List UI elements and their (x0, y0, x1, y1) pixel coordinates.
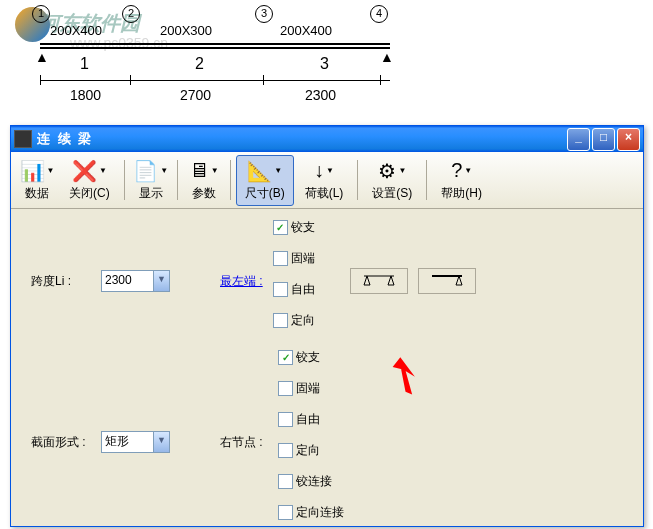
tool-label: 数据 (25, 185, 49, 202)
span-num-3: 3 (320, 55, 329, 73)
tool-icon: 📊▼ (25, 159, 49, 183)
option-label: 铰支 (291, 219, 315, 236)
span-li-input[interactable]: 2300▼ (101, 270, 170, 292)
node-1: 1 (32, 5, 50, 23)
checkbox-icon[interactable] (273, 251, 288, 266)
tool-label: 尺寸(B) (245, 185, 285, 202)
section-input[interactable]: 矩形▼ (101, 431, 170, 453)
node-2: 2 (122, 5, 140, 23)
checkbox-icon[interactable] (278, 505, 293, 520)
option-定向连接[interactable]: 定向连接 (278, 504, 344, 521)
tool-icon: ⚙▼ (380, 159, 404, 183)
separator (230, 160, 231, 200)
option-label: 固端 (291, 250, 315, 267)
tool-label: 显示 (139, 185, 163, 202)
option-固端[interactable]: 固端 (273, 250, 315, 267)
option-label: 铰连接 (296, 473, 332, 490)
span-num-2: 2 (195, 55, 204, 73)
beam-bot-line (40, 47, 390, 49)
right-node-label: 右节点 : (220, 434, 268, 451)
checkbox-icon[interactable] (278, 381, 293, 396)
beam-top-line (40, 43, 390, 45)
checkbox-icon[interactable] (273, 313, 288, 328)
option-自由[interactable]: 自由 (273, 281, 315, 298)
separator (177, 160, 178, 200)
support-icon-2[interactable] (418, 268, 476, 294)
option-铰连接[interactable]: 铰连接 (278, 473, 344, 490)
form-panel: 跨度Li : 2300▼ 最左端 : ✓铰支固端自由定向 截面形式 : 矩形▼ … (11, 209, 643, 529)
separator (357, 160, 358, 200)
tool-label: 帮助(H) (441, 185, 482, 202)
support-icon-1[interactable] (350, 268, 408, 294)
titlebar[interactable]: 连 续 梁 _ □ × (11, 126, 643, 152)
app-icon (14, 130, 32, 148)
tool-label: 设置(S) (372, 185, 412, 202)
dimension-line (40, 80, 390, 81)
tool-label: 参数 (192, 185, 216, 202)
support-right: ▲ (380, 49, 392, 61)
tool-icon: 📐▼ (253, 159, 277, 183)
option-定向[interactable]: 定向 (278, 442, 344, 459)
maximize-button[interactable]: □ (592, 128, 615, 151)
node-3: 3 (255, 5, 273, 23)
checkbox-icon[interactable] (278, 412, 293, 427)
separator (426, 160, 427, 200)
toolbar-[interactable]: 📄▼显示 (130, 155, 172, 206)
toolbar: 📊▼数据❌▼关闭(C)📄▼显示🖥▼参数📐▼尺寸(B)↓▼荷载(L)⚙▼设置(S)… (11, 152, 643, 209)
checkbox-icon[interactable] (278, 443, 293, 458)
dropdown-icon[interactable]: ▼ (153, 432, 169, 452)
span-num-1: 1 (80, 55, 89, 73)
tool-icon: 📄▼ (139, 159, 163, 183)
toolbar-C[interactable]: ❌▼关闭(C) (60, 155, 119, 206)
option-label: 定向 (296, 442, 320, 459)
option-固端[interactable]: 固端 (278, 380, 344, 397)
app-window: 连 续 梁 _ □ × 📊▼数据❌▼关闭(C)📄▼显示🖥▼参数📐▼尺寸(B)↓▼… (10, 125, 644, 527)
option-label: 固端 (296, 380, 320, 397)
tool-label: 关闭(C) (69, 185, 110, 202)
option-定向[interactable]: 定向 (273, 312, 315, 329)
checkbox-icon[interactable] (273, 282, 288, 297)
checkbox-icon[interactable]: ✓ (273, 220, 288, 235)
toolbar-L[interactable]: ↓▼荷载(L) (296, 155, 353, 206)
close-button[interactable]: × (617, 128, 640, 151)
separator (124, 160, 125, 200)
toolbar-[interactable]: 🖥▼参数 (183, 155, 225, 206)
option-label: 铰支 (296, 349, 320, 366)
minimize-button[interactable]: _ (567, 128, 590, 151)
node-4: 4 (370, 5, 388, 23)
option-label: 自由 (291, 281, 315, 298)
tool-label: 荷载(L) (305, 185, 344, 202)
section-1: 200X400 (50, 23, 102, 38)
option-label: 自由 (296, 411, 320, 428)
option-label: 定向 (291, 312, 315, 329)
span-len-1: 1800 (70, 87, 101, 103)
left-end-link[interactable]: 最左端 : (220, 273, 263, 290)
dropdown-icon[interactable]: ▼ (153, 271, 169, 291)
span-len-2: 2700 (180, 87, 211, 103)
window-title: 连 续 梁 (37, 130, 567, 148)
section-3: 200X400 (280, 23, 332, 38)
checkbox-icon[interactable] (278, 474, 293, 489)
toolbar-[interactable]: 📊▼数据 (16, 155, 58, 206)
checkbox-icon[interactable]: ✓ (278, 350, 293, 365)
tool-icon: ?▼ (450, 159, 474, 183)
tool-icon: ↓▼ (312, 159, 336, 183)
tool-icon: ❌▼ (77, 159, 101, 183)
beam-diagram: 河东软件园 www.pc0359.cn 1 2 3 4 200X400 200X… (10, 5, 653, 105)
span-li-label: 跨度Li : (31, 273, 91, 290)
span-len-3: 2300 (305, 87, 336, 103)
option-自由[interactable]: 自由 (278, 411, 344, 428)
tool-icon: 🖥▼ (192, 159, 216, 183)
toolbar-H[interactable]: ?▼帮助(H) (432, 155, 491, 206)
option-铰支[interactable]: ✓铰支 (273, 219, 315, 236)
toolbar-B[interactable]: 📐▼尺寸(B) (236, 155, 294, 206)
option-label: 定向连接 (296, 504, 344, 521)
support-left: ▲ (35, 49, 47, 61)
toolbar-S[interactable]: ⚙▼设置(S) (363, 155, 421, 206)
option-铰支[interactable]: ✓铰支 (278, 349, 344, 366)
section-2: 200X300 (160, 23, 212, 38)
section-label: 截面形式 : (31, 434, 91, 451)
